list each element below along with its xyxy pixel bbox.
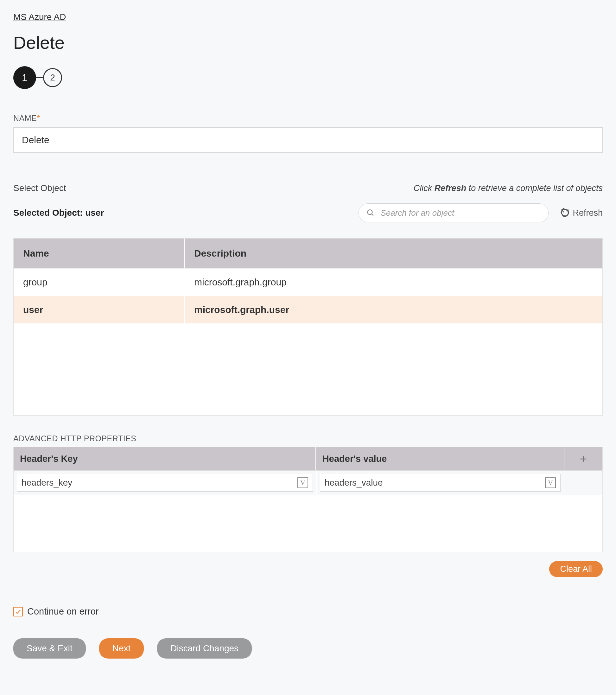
page-title: Delete	[13, 32, 603, 53]
svg-line-1	[372, 214, 373, 216]
save-exit-button[interactable]: Save & Exit	[13, 638, 86, 659]
th-header-value: Header's value	[316, 447, 564, 470]
discard-changes-button[interactable]: Discard Changes	[157, 638, 252, 659]
table-row[interactable]: user microsoft.graph.user	[14, 296, 602, 323]
refresh-button[interactable]: Refresh	[560, 208, 603, 218]
object-search-box[interactable]	[359, 203, 549, 222]
next-button[interactable]: Next	[99, 638, 144, 659]
step-1[interactable]: 1	[13, 66, 36, 89]
breadcrumb-link[interactable]: MS Azure AD	[13, 12, 66, 22]
td-name: group	[14, 269, 185, 296]
name-label-text: NAME	[13, 114, 37, 123]
th-header-key: Header's Key	[14, 447, 316, 470]
continue-on-error-label: Continue on error	[27, 606, 99, 617]
add-header-button[interactable]	[564, 447, 602, 470]
name-input[interactable]	[13, 128, 603, 153]
select-object-label: Select Object	[13, 183, 66, 193]
refresh-label: Refresh	[572, 208, 603, 218]
variable-icon[interactable]: V	[545, 477, 556, 488]
object-search-input[interactable]	[380, 208, 541, 218]
td-description: microsoft.graph.user	[185, 296, 602, 323]
required-asterisk: *	[37, 114, 40, 123]
header-value-input-wrap[interactable]: V	[320, 474, 561, 492]
advanced-empty-area	[14, 495, 602, 552]
td-description: microsoft.graph.group	[185, 269, 602, 296]
search-icon	[366, 209, 375, 217]
stepper: 1 2	[13, 66, 603, 89]
checkmark-icon	[15, 608, 21, 615]
step-2[interactable]: 2	[43, 68, 62, 87]
clear-all-button[interactable]: Clear All	[549, 561, 603, 577]
plus-icon	[579, 455, 588, 463]
advanced-table: Header's Key Header's value V V	[13, 447, 603, 552]
name-label: NAME*	[13, 114, 603, 123]
selected-object-text: Selected Object: user	[13, 208, 104, 218]
advanced-http-label: ADVANCED HTTP PROPERTIES	[13, 434, 603, 443]
header-value-input[interactable]	[325, 478, 542, 488]
variable-icon[interactable]: V	[297, 477, 308, 488]
step-connector	[36, 77, 43, 78]
continue-on-error-checkbox[interactable]: Continue on error	[13, 606, 603, 617]
row-action-cell	[564, 471, 602, 495]
td-name: user	[14, 296, 185, 323]
table-row[interactable]: group microsoft.graph.group	[14, 268, 602, 296]
table-empty-area	[14, 323, 602, 415]
th-name: Name	[14, 239, 185, 268]
refresh-icon	[560, 208, 569, 218]
th-description: Description	[185, 239, 602, 268]
object-table: Name Description group microsoft.graph.g…	[13, 238, 603, 416]
header-key-input[interactable]	[21, 478, 294, 488]
header-key-input-wrap[interactable]: V	[17, 474, 313, 492]
refresh-hint: Click Refresh to retrieve a complete lis…	[414, 183, 603, 193]
checkbox-box[interactable]	[13, 607, 23, 616]
svg-point-0	[368, 210, 373, 215]
